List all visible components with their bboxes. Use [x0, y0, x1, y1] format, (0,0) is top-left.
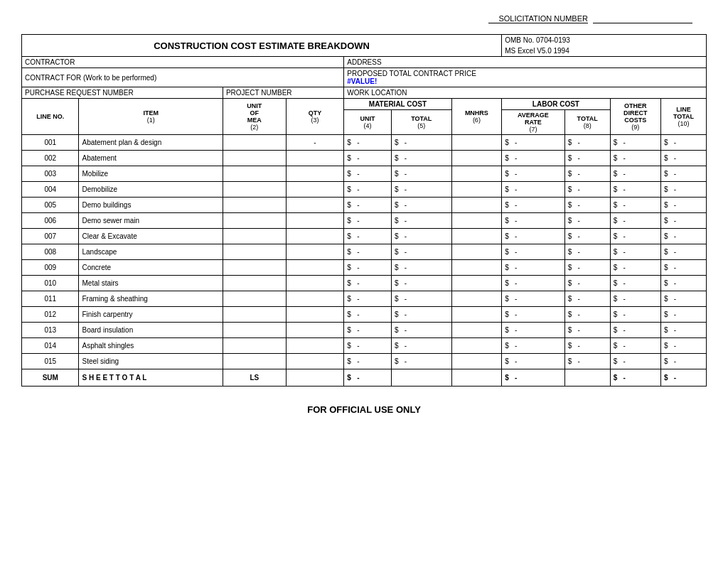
labor-cost-group: LABOR COST — [502, 99, 611, 110]
table-row: 006 Demo sewer main $ - $ - $ - $ - $ - … — [22, 213, 707, 229]
table-row: 015 Steel siding $ - $ - $ - $ - $ - $ - — [22, 354, 707, 369]
contractor-label: CONTRACTOR — [22, 57, 344, 68]
table-row: 002 Abatement $ - $ - $ - $ - $ - $ - — [22, 151, 707, 166]
material-cost-group: MATERIAL COST — [344, 99, 451, 110]
sheet-total-label: S H E E T T O T A L — [79, 369, 223, 387]
col-unit-4: UNIT (4) — [344, 110, 392, 135]
table-row: 001 Abatement plan & design - $ - $ - $ … — [22, 135, 707, 151]
sum-unit: LS — [223, 369, 286, 387]
col-total-8: TOTAL (8) — [564, 110, 610, 135]
table-row: 003 Mobilize $ - $ - $ - $ - $ - $ - — [22, 166, 707, 182]
solicitation-label: SOLICITATION NUMBER — [488, 14, 588, 23]
table-row: 008 Landscape $ - $ - $ - $ - $ - $ - — [22, 244, 707, 260]
omb-info: OMB No. 0704-0193 MS Excel V5.0 1994 — [502, 35, 707, 57]
col-avg-rate: AVERAGE RATE (7) — [502, 110, 565, 135]
footer-text: FOR OFFICIAL USE ONLY — [21, 404, 707, 415]
main-table: CONSTRUCTION COST ESTIMATE BREAKDOWN OMB… — [21, 34, 707, 387]
col-line-no: LINE NO. — [22, 99, 79, 135]
solicitation-value — [593, 14, 692, 23]
col-unit-of-mea: UNIT OF MEA (2) — [223, 99, 286, 135]
table-row: 010 Metal stairs $ - $ - $ - $ - $ - $ - — [22, 276, 707, 291]
table-row: 007 Clear & Excavate $ - $ - $ - $ - $ -… — [22, 229, 707, 244]
table-row: 014 Asphalt shingles $ - $ - $ - $ - $ -… — [22, 338, 707, 354]
col-line-total: LINE TOTAL (10) — [660, 99, 706, 135]
col-item: ITEM (1) — [79, 99, 223, 135]
project-number-label: PROJECT NUMBER — [223, 87, 343, 99]
col-qty: QTY (3) — [286, 99, 344, 135]
table-row: 009 Concrete $ - $ - $ - $ - $ - $ - — [22, 260, 707, 276]
sum-row: SUM S H E E T T O T A L LS $ - $ - $ - $… — [22, 369, 707, 387]
col-mnhrs: MNHRS (6) — [451, 99, 501, 135]
value-error: #VALUE! — [347, 77, 377, 85]
table-row: 005 Demo buildings $ - $ - $ - $ - $ - $… — [22, 198, 707, 213]
col-other-direct: OTHER DIRECT COSTS (9) — [610, 99, 660, 135]
table-row: 013 Board insulation $ - $ - $ - $ - $ -… — [22, 323, 707, 338]
proposed-total-cell: PROPOSED TOTAL CONTRACT PRICE #VALUE! — [344, 68, 707, 87]
table-row: 004 Demobilize $ - $ - $ - $ - $ - $ - — [22, 182, 707, 198]
form-title: CONSTRUCTION COST ESTIMATE BREAKDOWN — [22, 35, 502, 57]
contract-for-label: CONTRACT FOR (Work to be performed) — [22, 68, 344, 87]
col-total-5: TOTAL (5) — [391, 110, 451, 135]
sum-label: SUM — [22, 369, 79, 387]
address-label: ADDRESS — [344, 57, 707, 68]
table-row: 011 Framing & sheathing $ - $ - $ - $ - … — [22, 291, 707, 307]
table-row: 012 Finish carpentry $ - $ - $ - $ - $ -… — [22, 307, 707, 323]
purchase-request-label: PURCHASE REQUEST NUMBER — [22, 87, 223, 99]
solicitation-line: SOLICITATION NUMBER — [21, 14, 707, 23]
work-location-label: WORK LOCATION — [344, 87, 707, 99]
